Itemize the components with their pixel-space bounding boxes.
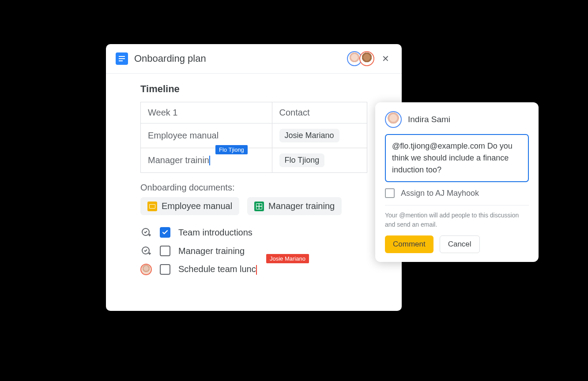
contact-chip[interactable]: Flo Tjiong — [279, 153, 325, 167]
svg-rect-1 — [119, 58, 125, 59]
mention-hint: Your @mention will add people to this di… — [385, 211, 529, 229]
timeline-table: Week 1 Contact Employee manual Josie Mar… — [140, 102, 367, 173]
comment-author-name: Indira Sami — [408, 115, 450, 124]
cancel-button[interactable]: Cancel — [440, 235, 480, 253]
checkbox[interactable] — [160, 246, 170, 256]
assign-task-icon[interactable] — [140, 227, 152, 238]
checklist-item: Schedule team lunc Josie Mariano — [140, 264, 367, 275]
presence-avatar[interactable] — [359, 51, 374, 66]
table-row: Manager trainin Flo Tjiong — [141, 148, 367, 173]
collab-cursor-blue — [209, 156, 210, 165]
comment-button[interactable]: Comment — [385, 235, 433, 253]
document-chip-label: Employee manual — [162, 201, 232, 211]
checklist-label[interactable]: Manager training — [178, 246, 245, 256]
assignee-avatar[interactable] — [140, 264, 152, 275]
presence-avatars — [350, 51, 374, 66]
cell-text: Manager trainin — [148, 155, 209, 165]
svg-rect-2 — [119, 60, 123, 61]
checklist-item: Manager training — [140, 245, 367, 257]
document-chips: Employee manual Manager training — [140, 197, 367, 215]
document-chip-label: Manager training — [268, 201, 335, 211]
checklist-item: Team introductions — [140, 227, 367, 238]
timeline-heading: Timeline — [140, 83, 367, 95]
document-card: Onboarding plan ✕ Timeline Week 1 Contac… — [106, 44, 402, 311]
contact-chip[interactable]: Josie Mariano — [279, 129, 339, 142]
svg-rect-0 — [119, 56, 125, 57]
document-header: Onboarding plan ✕ — [106, 44, 402, 74]
checklist: Team introductions Manager training Sche… — [140, 227, 367, 275]
collab-cursor-red — [256, 265, 257, 275]
comment-card: Indira Sami @flo.tjiong@example.com Do y… — [375, 102, 539, 262]
table-cell[interactable]: Flo Tjiong — [272, 148, 367, 173]
document-body: Timeline Week 1 Contact Employee manual … — [106, 74, 402, 288]
table-cell[interactable]: Employee manual — [141, 123, 272, 148]
table-header-cell[interactable]: Week 1 — [141, 102, 272, 123]
document-title[interactable]: Onboarding plan — [134, 53, 350, 64]
close-icon[interactable]: ✕ — [379, 52, 392, 65]
document-chip[interactable]: Manager training — [247, 197, 342, 215]
checkbox[interactable] — [160, 227, 170, 238]
assign-label[interactable]: Assign to AJ Mayhook — [401, 189, 479, 198]
checkbox[interactable] — [160, 264, 170, 275]
comment-author-row: Indira Sami — [385, 111, 529, 128]
comment-input[interactable]: @flo.tjiong@example.com Do you think we … — [385, 134, 529, 182]
table-cell[interactable]: Josie Mariano — [272, 123, 367, 148]
checklist-label[interactable]: Team introductions — [178, 228, 253, 238]
table-header-cell[interactable]: Contact — [272, 102, 367, 123]
collab-cursor-label-red: Josie Mariano — [266, 254, 309, 263]
table-row: Employee manual Josie Mariano — [141, 123, 367, 148]
table-row: Week 1 Contact — [141, 102, 367, 123]
comment-buttons: Comment Cancel — [385, 235, 529, 253]
assign-task-icon[interactable] — [140, 245, 152, 257]
slides-icon — [147, 202, 157, 211]
collab-cursor-label-blue: Flo Tjiong — [215, 145, 248, 154]
checklist-label[interactable]: Schedule team lunc — [178, 264, 257, 275]
documents-heading: Onboarding documents: — [140, 183, 367, 193]
document-chip[interactable]: Employee manual — [140, 197, 239, 215]
sheets-icon — [254, 202, 264, 211]
google-docs-icon — [116, 52, 128, 65]
assign-checkbox[interactable] — [385, 188, 395, 198]
table-cell[interactable]: Manager trainin — [141, 148, 272, 173]
assign-row: Assign to AJ Mayhook — [385, 188, 529, 205]
comment-author-avatar[interactable] — [385, 111, 402, 128]
